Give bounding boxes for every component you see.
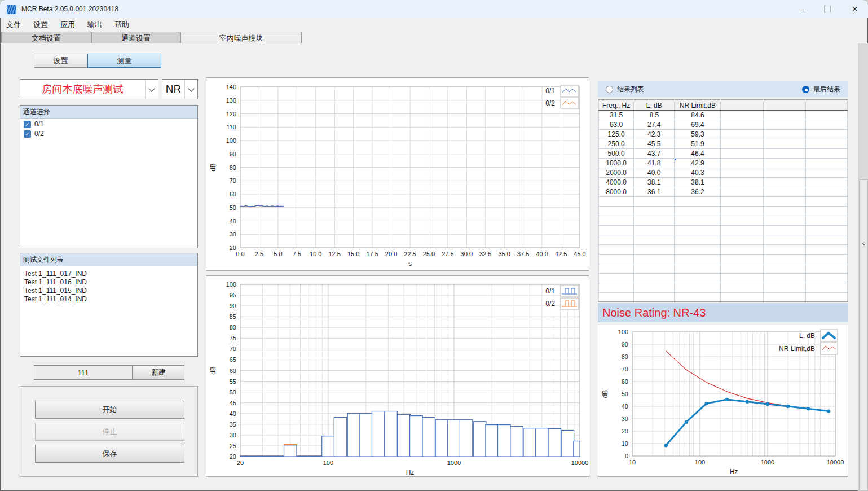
table-row[interactable] bbox=[599, 207, 848, 216]
table-cell bbox=[599, 264, 634, 274]
table-row[interactable]: 63.027.469.4 bbox=[599, 120, 848, 130]
table-cell bbox=[721, 235, 763, 245]
table-row[interactable]: 250.045.551.9 bbox=[599, 139, 848, 149]
table-row[interactable] bbox=[599, 274, 848, 283]
channel-row-0-1[interactable]: ✓ 0/1 bbox=[20, 119, 197, 128]
table-row[interactable]: 125.042.359.3 bbox=[599, 130, 848, 139]
radio-unselected-icon[interactable] bbox=[606, 86, 613, 93]
table-row[interactable] bbox=[599, 226, 848, 235]
close-button[interactable]: ✕ bbox=[841, 0, 868, 18]
svg-text:30: 30 bbox=[230, 231, 236, 238]
svg-text:140: 140 bbox=[226, 84, 236, 90]
table-cell bbox=[599, 216, 634, 226]
menu-item-file[interactable]: 文件 bbox=[0, 18, 27, 32]
file-list-item[interactable]: Test 1_111_015_IND bbox=[20, 287, 197, 295]
collapse-panel-handle[interactable]: < bbox=[859, 179, 868, 491]
test-type-dropdown-button[interactable] bbox=[145, 80, 158, 99]
test-type-select[interactable]: 房间本底噪声测试 bbox=[20, 79, 158, 99]
table-cell bbox=[763, 139, 805, 149]
radio-last-result[interactable]: 最后结果 bbox=[802, 85, 840, 94]
table-cell bbox=[675, 264, 721, 274]
menu-item-settings[interactable]: 设置 bbox=[27, 18, 54, 32]
table-row[interactable]: 2000.040.040.3 bbox=[599, 168, 848, 178]
radio-result-list[interactable]: 结果列表 bbox=[606, 85, 644, 94]
table-cell bbox=[721, 293, 763, 303]
table-row[interactable] bbox=[599, 283, 848, 293]
spectrum-chart-panel: 2025303540455055606570758085909510020100… bbox=[206, 275, 589, 477]
table-cell bbox=[599, 207, 634, 216]
file-list-item[interactable]: Test 1_111_014_IND bbox=[20, 295, 197, 304]
table-cell bbox=[599, 245, 634, 255]
table-row[interactable]: 500.043.746.4 bbox=[599, 149, 848, 159]
subtab-settings[interactable]: 设置 bbox=[34, 54, 87, 68]
table-cell: 36.1 bbox=[634, 187, 675, 197]
minimize-button[interactable]: – bbox=[788, 0, 814, 18]
radio-selected-icon[interactable] bbox=[802, 86, 809, 93]
checkbox-checked-icon[interactable]: ✓ bbox=[24, 121, 31, 128]
svg-text:Hz: Hz bbox=[406, 468, 415, 476]
svg-text:dB: dB bbox=[601, 390, 609, 398]
svg-text:0.0: 0.0 bbox=[236, 251, 244, 257]
table-row[interactable] bbox=[599, 255, 848, 264]
start-button[interactable]: 开始 bbox=[35, 401, 184, 419]
table-cell bbox=[634, 216, 675, 226]
svg-text:40: 40 bbox=[230, 218, 236, 225]
table-cell bbox=[805, 197, 847, 207]
table-row[interactable] bbox=[599, 293, 848, 303]
table-cell bbox=[805, 274, 847, 283]
tab-channel-settings[interactable]: 通道设置 bbox=[91, 32, 180, 43]
menu-item-output[interactable]: 输出 bbox=[81, 18, 108, 32]
menu-item-help[interactable]: 帮助 bbox=[108, 18, 135, 32]
table-row[interactable] bbox=[599, 197, 848, 207]
subtab-measure[interactable]: 测量 bbox=[87, 54, 161, 68]
table-cell bbox=[721, 168, 763, 178]
table-cell bbox=[721, 226, 763, 235]
svg-text:100: 100 bbox=[226, 281, 236, 288]
table-cell: 4000.0 bbox=[599, 178, 634, 187]
chevron-down-icon bbox=[188, 85, 194, 91]
table-row[interactable]: 4000.038.138.1 bbox=[599, 178, 848, 187]
table-row[interactable]: 31.58.584.6 bbox=[599, 111, 848, 120]
table-row[interactable] bbox=[599, 235, 848, 245]
menu-item-apply[interactable]: 应用 bbox=[54, 18, 81, 32]
svg-text:10.0: 10.0 bbox=[310, 251, 321, 257]
chevron-left-icon: < bbox=[860, 241, 867, 247]
svg-text:NR Limit,dB: NR Limit,dB bbox=[779, 345, 815, 353]
rating-select[interactable]: NR bbox=[162, 79, 198, 99]
svg-text:0/2: 0/2 bbox=[545, 99, 555, 107]
svg-text:110: 110 bbox=[226, 124, 236, 130]
table-cell: 36.2 bbox=[675, 187, 721, 197]
table-cell bbox=[634, 274, 675, 283]
new-button[interactable]: 新建 bbox=[133, 365, 184, 380]
table-cell bbox=[763, 283, 805, 293]
svg-text:37.5: 37.5 bbox=[517, 251, 529, 257]
table-row[interactable] bbox=[599, 245, 848, 255]
table-row[interactable] bbox=[599, 216, 848, 226]
file-list-item[interactable]: Test 1_111_016_IND bbox=[20, 278, 197, 287]
tab-room-noise-module[interactable]: 室内噪声模块 bbox=[180, 32, 302, 43]
channel-section-title: 通道选择 bbox=[20, 106, 197, 119]
stop-button[interactable]: 停止 bbox=[35, 423, 184, 441]
tab-document-settings[interactable]: 文档设置 bbox=[1, 32, 91, 43]
test-name-input[interactable] bbox=[34, 365, 133, 380]
svg-text:75: 75 bbox=[230, 335, 236, 341]
table-cell bbox=[721, 255, 763, 264]
table-cell bbox=[634, 226, 675, 235]
table-cell bbox=[599, 274, 634, 283]
svg-text:s: s bbox=[408, 260, 412, 268]
checkbox-checked-icon[interactable]: ✓ bbox=[24, 130, 31, 138]
svg-text:7.5: 7.5 bbox=[293, 251, 301, 257]
table-cell: 46.4 bbox=[675, 149, 721, 159]
save-button[interactable]: 保存 bbox=[35, 445, 184, 463]
table-cell bbox=[634, 245, 675, 255]
file-list-item[interactable]: Test 1_111_017_IND bbox=[20, 270, 197, 278]
table-row[interactable]: 1000.041.842.9 bbox=[599, 159, 848, 168]
table-row[interactable]: 8000.036.136.2 bbox=[599, 187, 848, 197]
table-cell: 31.5 bbox=[599, 111, 634, 120]
svg-text:50: 50 bbox=[230, 389, 236, 396]
table-row[interactable] bbox=[599, 264, 848, 274]
channel-row-0-2[interactable]: ✓ 0/2 bbox=[20, 128, 197, 138]
maximize-button[interactable] bbox=[814, 0, 840, 18]
svg-text:0/1: 0/1 bbox=[545, 287, 555, 295]
rating-dropdown-button[interactable] bbox=[184, 80, 197, 99]
